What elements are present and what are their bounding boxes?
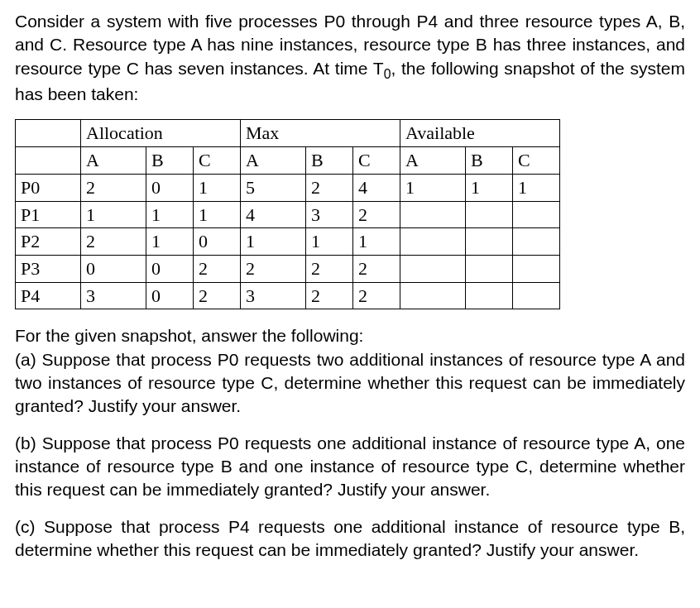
col-avail-a: A <box>400 147 466 175</box>
question-c: (c) Suppose that process P4 requests one… <box>15 515 685 563</box>
resource-table: Allocation Max Available A B C A B C A B… <box>15 119 560 309</box>
cell: 1 <box>241 228 306 256</box>
cell: 1 <box>513 174 560 201</box>
cell <box>400 228 466 256</box>
table-row: P1 1 1 1 4 3 2 <box>16 201 560 228</box>
cell <box>466 201 513 228</box>
col-avail-b: B <box>466 147 513 175</box>
question-b: (b) Suppose that process P0 requests one… <box>15 432 685 502</box>
cell: 1 <box>194 201 241 228</box>
cell: 4 <box>241 201 306 228</box>
cell: 1 <box>194 174 241 201</box>
cell: 2 <box>194 282 241 309</box>
cell: 0 <box>194 228 241 256</box>
cell <box>400 255 466 282</box>
cell: 1 <box>81 201 146 228</box>
header-available: Available <box>400 120 560 147</box>
row-label: P3 <box>16 255 81 282</box>
col-alloc-b: B <box>146 147 194 175</box>
cell: 1 <box>400 174 466 201</box>
col-alloc-c: C <box>194 147 241 175</box>
col-max-c: C <box>353 147 400 175</box>
question-intro: For the given snapshot, answer the follo… <box>15 324 685 347</box>
table-row: P3 0 0 2 2 2 2 <box>16 255 560 282</box>
row-label: P2 <box>16 228 81 256</box>
cell: 5 <box>241 174 306 201</box>
cell: 2 <box>353 255 400 282</box>
cell: 0 <box>146 255 194 282</box>
col-avail-c: C <box>513 147 560 175</box>
cell: 4 <box>353 174 400 201</box>
col-alloc-a: A <box>81 147 146 175</box>
cell: 0 <box>146 282 194 309</box>
blank-cell <box>16 120 81 147</box>
cell <box>513 255 560 282</box>
row-label: P1 <box>16 201 81 228</box>
header-max: Max <box>241 120 400 147</box>
cell: 0 <box>81 255 146 282</box>
cell: 2 <box>306 282 353 309</box>
cell <box>466 255 513 282</box>
cell: 2 <box>306 174 353 201</box>
cell <box>400 282 466 309</box>
cell <box>466 282 513 309</box>
col-max-a: A <box>241 147 306 175</box>
cell <box>400 201 466 228</box>
cell <box>513 228 560 256</box>
cell: 1 <box>146 228 194 256</box>
cell: 2 <box>353 201 400 228</box>
col-max-b: B <box>306 147 353 175</box>
cell: 1 <box>146 201 194 228</box>
question-a: (a) Suppose that process P0 requests two… <box>15 348 685 419</box>
table-header-row-1: Allocation Max Available <box>16 120 560 147</box>
cell: 2 <box>241 255 306 282</box>
intro-paragraph: Consider a system with five processes P0… <box>15 10 685 106</box>
cell: 2 <box>194 255 241 282</box>
cell: 2 <box>306 255 353 282</box>
cell: 2 <box>81 174 146 201</box>
table-row: P0 2 0 1 5 2 4 1 1 1 <box>16 174 560 201</box>
blank-cell <box>16 147 81 175</box>
cell: 2 <box>81 228 146 256</box>
cell: 3 <box>241 282 306 309</box>
cell <box>513 282 560 309</box>
row-label: P4 <box>16 282 81 309</box>
cell: 3 <box>81 282 146 309</box>
table-row: P2 2 1 0 1 1 1 <box>16 228 560 256</box>
cell <box>466 228 513 256</box>
cell: 3 <box>306 201 353 228</box>
cell: 2 <box>353 282 400 309</box>
cell: 0 <box>146 174 194 201</box>
row-label: P0 <box>16 174 81 201</box>
header-allocation: Allocation <box>81 120 241 147</box>
cell: 1 <box>306 228 353 256</box>
table-header-row-2: A B C A B C A B C <box>16 147 560 175</box>
cell <box>513 201 560 228</box>
table-row: P4 3 0 2 3 2 2 <box>16 282 560 309</box>
cell: 1 <box>466 174 513 201</box>
cell: 1 <box>353 228 400 256</box>
